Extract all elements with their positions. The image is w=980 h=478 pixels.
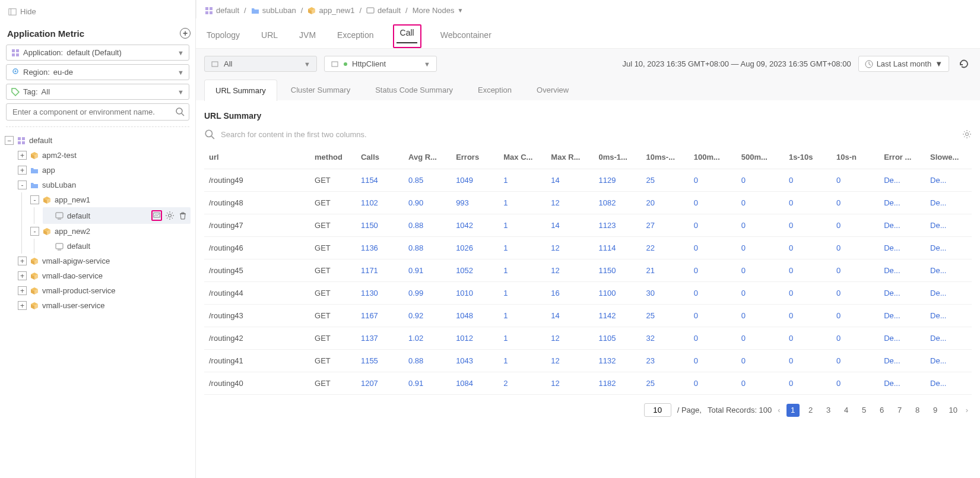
table-cell-slow[interactable]: De... bbox=[925, 372, 972, 395]
table-cell-s1[interactable]: 0 bbox=[784, 259, 832, 282]
table-cell-slow[interactable]: De... bbox=[925, 350, 972, 372]
table-cell-b500[interactable]: 0 bbox=[737, 282, 784, 305]
table-cell-b10[interactable]: 21 bbox=[642, 259, 689, 282]
table-header[interactable]: Errors bbox=[451, 145, 499, 169]
table-cell-maxc[interactable]: 2 bbox=[499, 372, 546, 395]
table-cell-s1[interactable]: 0 bbox=[784, 192, 832, 214]
page-button[interactable]: 1 bbox=[786, 404, 800, 417]
table-cell-b10[interactable]: 23 bbox=[642, 350, 689, 372]
breadcrumb-item[interactable]: app_new1 bbox=[307, 6, 354, 15]
tree-item-app[interactable]: + app bbox=[18, 163, 191, 178]
table-cell-maxr[interactable]: 12 bbox=[546, 237, 594, 259]
table-cell-calls[interactable]: 1167 bbox=[356, 305, 404, 327]
tree-item-vmall-user[interactable]: + vmall-user-service bbox=[18, 298, 191, 313]
next-page-button[interactable]: › bbox=[966, 406, 968, 414]
table-header[interactable]: Max C... bbox=[499, 145, 546, 169]
search-icon[interactable] bbox=[175, 107, 185, 116]
table-cell-s10[interactable]: 0 bbox=[832, 305, 879, 327]
table-cell-s10[interactable]: 0 bbox=[832, 169, 879, 192]
subtab-status-code[interactable]: Status Code Summary bbox=[364, 79, 464, 100]
page-button[interactable]: 4 bbox=[840, 404, 853, 417]
breadcrumb-item[interactable]: subLuban bbox=[251, 6, 296, 15]
table-cell-b100[interactable]: 0 bbox=[689, 327, 737, 350]
table-cell-avg[interactable]: 0.91 bbox=[404, 259, 451, 282]
table-cell-maxr[interactable]: 14 bbox=[546, 305, 594, 327]
table-cell-b10[interactable]: 22 bbox=[642, 237, 689, 259]
table-header[interactable]: 100m... bbox=[689, 145, 737, 169]
table-cell-b0[interactable]: 1105 bbox=[594, 327, 641, 350]
tree-item-vmall-product[interactable]: + vmall-product-service bbox=[18, 283, 191, 298]
table-cell-maxc[interactable]: 1 bbox=[499, 237, 546, 259]
table-cell-maxr[interactable]: 12 bbox=[546, 372, 594, 395]
table-cell-b500[interactable]: 0 bbox=[737, 192, 784, 214]
table-cell-b500[interactable]: 0 bbox=[737, 237, 784, 259]
delete-icon-button[interactable] bbox=[177, 210, 188, 221]
table-cell-b100[interactable]: 0 bbox=[689, 169, 737, 192]
table-cell-maxc[interactable]: 1 bbox=[499, 259, 546, 282]
tree-toggle[interactable]: - bbox=[30, 195, 39, 204]
table-cell-s1[interactable]: 0 bbox=[784, 282, 832, 305]
breadcrumb-more-nodes[interactable]: More Nodes ▼ bbox=[413, 6, 464, 15]
table-cell-avg[interactable]: 0.88 bbox=[404, 237, 451, 259]
tree-item-apm2[interactable]: + apm2-test bbox=[18, 148, 191, 163]
table-cell-b100[interactable]: 0 bbox=[689, 192, 737, 214]
table-cell-calls[interactable]: 1102 bbox=[356, 192, 404, 214]
table-cell-b500[interactable]: 0 bbox=[737, 169, 784, 192]
dashboard-icon-button[interactable] bbox=[151, 210, 162, 221]
table-cell-b500[interactable]: 0 bbox=[737, 372, 784, 395]
table-cell-slow[interactable]: De... bbox=[925, 305, 972, 327]
table-cell-maxr[interactable]: 12 bbox=[546, 259, 594, 282]
table-cell-avg[interactable]: 0.88 bbox=[404, 350, 451, 372]
table-cell-b100[interactable]: 0 bbox=[689, 305, 737, 327]
table-cell-b500[interactable]: 0 bbox=[737, 214, 784, 237]
table-cell-errors[interactable]: 1026 bbox=[451, 237, 499, 259]
table-cell-b100[interactable]: 0 bbox=[689, 259, 737, 282]
tree-item-vmall-apigw[interactable]: + vmall-apigw-service bbox=[18, 254, 191, 268]
table-header[interactable]: url bbox=[204, 145, 310, 169]
table-cell-b500[interactable]: 0 bbox=[737, 350, 784, 372]
tree-item-subluban[interactable]: - subLuban bbox=[18, 178, 191, 192]
table-header[interactable]: 10ms-... bbox=[642, 145, 689, 169]
table-cell-maxr[interactable]: 12 bbox=[546, 327, 594, 350]
tab-exception[interactable]: Exception bbox=[335, 27, 376, 48]
table-cell-slow[interactable]: De... bbox=[925, 214, 972, 237]
table-cell-b10[interactable]: 27 bbox=[642, 214, 689, 237]
table-cell-s10[interactable]: 0 bbox=[832, 237, 879, 259]
table-cell-avg[interactable]: 0.88 bbox=[404, 214, 451, 237]
table-cell-maxr[interactable]: 14 bbox=[546, 169, 594, 192]
time-range-select[interactable]: Last Last month ▼ bbox=[858, 56, 949, 72]
table-cell-maxr[interactable]: 12 bbox=[546, 350, 594, 372]
subtab-overview[interactable]: Overview bbox=[525, 79, 580, 100]
table-cell-calls[interactable]: 1207 bbox=[356, 372, 404, 395]
table-cell-avg[interactable]: 0.85 bbox=[404, 169, 451, 192]
table-cell-calls[interactable]: 1136 bbox=[356, 237, 404, 259]
table-cell-errors[interactable]: 1052 bbox=[451, 259, 499, 282]
breadcrumb-item[interactable]: default bbox=[366, 6, 401, 15]
table-cell-maxc[interactable]: 1 bbox=[499, 350, 546, 372]
component-search-input[interactable] bbox=[6, 103, 189, 121]
page-button[interactable]: 10 bbox=[947, 404, 960, 417]
table-cell-s1[interactable]: 0 bbox=[784, 214, 832, 237]
tag-select[interactable]: Tag: All ▼ bbox=[6, 84, 189, 100]
tree-toggle[interactable]: + bbox=[18, 151, 27, 160]
filter-client-select[interactable]: HttpClient ▼ bbox=[324, 56, 437, 72]
tree-item-appnew2[interactable]: - app_new2 bbox=[30, 224, 191, 239]
table-cell-maxr[interactable]: 16 bbox=[546, 282, 594, 305]
page-button[interactable]: 8 bbox=[911, 404, 924, 417]
tree-toggle[interactable]: + bbox=[18, 166, 27, 175]
table-cell-errors[interactable]: 993 bbox=[451, 192, 499, 214]
tree-toggle[interactable]: - bbox=[18, 181, 27, 189]
table-cell-s10[interactable]: 0 bbox=[832, 372, 879, 395]
table-cell-errors[interactable]: 1043 bbox=[451, 350, 499, 372]
table-cell-slow[interactable]: De... bbox=[925, 282, 972, 305]
table-cell-errors[interactable]: 1049 bbox=[451, 169, 499, 192]
table-cell-b500[interactable]: 0 bbox=[737, 327, 784, 350]
table-cell-s1[interactable]: 0 bbox=[784, 350, 832, 372]
table-cell-b10[interactable]: 20 bbox=[642, 192, 689, 214]
table-header[interactable]: 0ms-1... bbox=[594, 145, 641, 169]
table-cell-b0[interactable]: 1129 bbox=[594, 169, 641, 192]
table-header[interactable]: 500m... bbox=[737, 145, 784, 169]
table-cell-maxc[interactable]: 1 bbox=[499, 214, 546, 237]
table-cell-calls[interactable]: 1154 bbox=[356, 169, 404, 192]
page-button[interactable]: 9 bbox=[929, 404, 942, 417]
